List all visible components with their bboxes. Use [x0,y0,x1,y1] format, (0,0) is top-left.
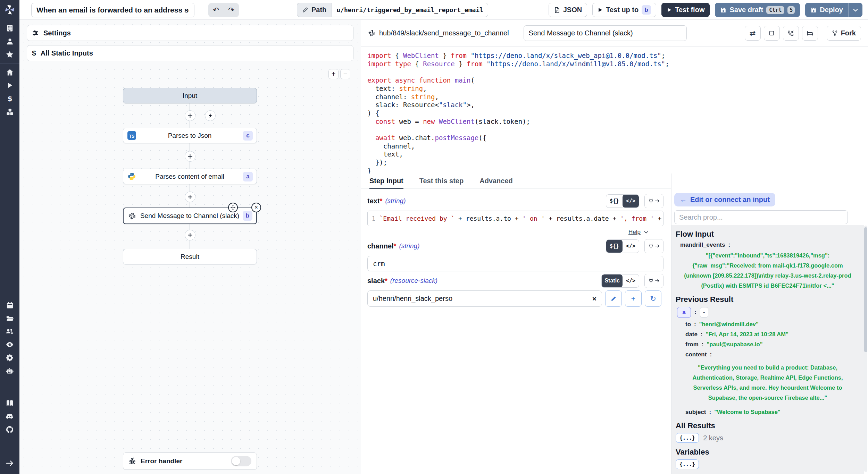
add-step-button[interactable] [185,230,195,240]
swap-arrows-icon[interactable]: ⇄ [745,26,761,41]
flow-input-value[interactable]: "[{"event":"inbound","ts":1683819426,"ms… [676,249,860,294]
file-json-icon [554,7,560,14]
docs-book-icon[interactable] [0,397,19,410]
flow-node-parses-content-of-email[interactable]: Parses content of email a [123,169,257,184]
code-mode-button[interactable]: </> [623,240,639,253]
add-step-button[interactable] [185,110,195,121]
workers-robot-icon[interactable] [0,364,19,378]
connect-plug-button[interactable] [644,194,663,208]
trigger-bolt-button[interactable] [205,110,216,121]
flow-input-key[interactable]: mandrill_events : [676,242,860,248]
add-resource-button[interactable]: + [625,290,642,307]
flow-node-parses-to-json[interactable]: TS Parses to Json c [123,128,257,143]
flow-title-input[interactable] [31,3,194,17]
tab-test-this-step[interactable]: Test this step [419,173,464,188]
result-field-row[interactable]: from:"paul@supabase.io" [676,341,860,348]
zoom-out-button[interactable]: − [340,69,350,79]
move-step-handle[interactable] [228,203,238,212]
clear-resource-icon[interactable]: × [592,295,596,303]
test-flow-button[interactable]: Test flow [661,3,710,17]
result-field-row[interactable]: content: [676,351,860,358]
chevron-down-icon[interactable] [852,7,859,13]
home-icon[interactable] [0,66,19,79]
chevron-down-icon[interactable] [643,229,649,235]
add-step-button[interactable] [185,192,195,202]
field-name: text [367,197,380,205]
channel-value-input[interactable] [367,256,663,271]
result-field-row[interactable]: subject:"Welcome to Supabase" [676,409,860,416]
flow-node-input[interactable]: Input [123,88,257,103]
step-a-badge[interactable]: a [677,307,691,318]
groups-icon[interactable] [0,325,19,338]
field-slack-row: slack* (resource-slack) Static </> [367,273,663,289]
static-mode-button[interactable]: Static [602,274,623,287]
add-step-button[interactable] [185,151,195,162]
json-button[interactable]: JSON [549,3,587,17]
top-bar: ↶ ↷ Path u/henri/triggered_by_email_repo… [19,0,868,20]
text-expression-editor[interactable]: 1 `Email received by ` + results.a.to + … [367,211,663,226]
code-editor[interactable]: import { WebClient } from "https://deno.… [361,47,865,173]
tab-advanced[interactable]: Advanced [479,173,513,188]
resources-cubes-icon[interactable] [0,105,19,118]
edit-or-connect-pill[interactable]: ← Edit or connect an input [674,193,775,206]
all-static-inputs-bar[interactable]: $ All Static Inputs [27,45,353,61]
discord-icon[interactable] [0,410,19,423]
variables-dollar-icon[interactable]: $ [0,92,19,105]
phone-incoming-icon[interactable] [783,26,799,41]
result-field-row[interactable]: to:"henri@windmill.dev" [676,321,860,328]
box-icon[interactable] [764,26,780,41]
error-handler-toggle[interactable] [231,456,251,466]
field-channel-row: channel* (string) ${} </> [367,238,663,254]
zoom-in-button[interactable]: + [328,69,339,79]
help-link[interactable]: Help [628,229,641,236]
test-up-to-button[interactable]: Test up to b [592,3,656,17]
step-summary-input[interactable] [524,25,687,41]
bed-icon[interactable] [802,26,818,41]
panel-scrollbar[interactable] [864,226,867,472]
windmill-logo[interactable] [3,3,17,17]
workspace-icon[interactable] [0,22,19,35]
user-icon[interactable] [0,35,19,48]
sliders-icon [32,29,39,36]
static-inputs-label: All Static Inputs [41,49,93,57]
expand-arrow-icon[interactable] [0,457,19,470]
connect-plug-button[interactable] [644,239,663,253]
slack-resource-picker[interactable]: u/henri/henri_slack_perso × [367,290,602,307]
code-mode-button[interactable]: </> [623,195,639,208]
settings-gear-icon[interactable] [0,351,19,364]
flow-settings-bar[interactable]: Settings [27,25,353,41]
result-field-row[interactable]: date:"Fri, Apr 14, 2023 at 10:28 AM" [676,331,860,338]
search-prop-input[interactable] [674,210,848,224]
variables-expand-button[interactable]: {...} [676,459,699,469]
kbd-ctrl: Ctrl [766,6,784,14]
code-mode-button[interactable]: </> [623,274,639,287]
hub-script-path[interactable]: hub/849/slack/send_message_to_channel [368,29,509,37]
path-group[interactable]: Path u/henri/triggered_by_email_report_e… [297,3,488,17]
delete-step-button[interactable]: × [251,203,261,212]
github-icon[interactable] [0,423,19,436]
flow-node-result[interactable]: Result [123,249,257,264]
previous-result-fields[interactable]: to:"henri@windmill.dev"date:"Fri, Apr 14… [676,321,860,416]
edit-resource-button[interactable] [605,290,622,307]
tab-step-input[interactable]: Step Input [369,173,403,188]
expr-mode-button[interactable]: ${} [606,195,623,208]
deploy-button[interactable]: Deploy [805,3,862,17]
bug-icon [128,457,136,465]
save-draft-button[interactable]: Save draft Ctrl S [715,3,800,17]
runs-play-icon[interactable] [0,79,19,92]
arrow-left-icon: ← [680,196,687,204]
favorites-star-icon[interactable] [0,48,19,61]
connect-plug-button[interactable] [644,274,663,288]
refresh-resource-button[interactable]: ↻ [645,290,661,307]
redo-button[interactable]: ↷ [224,3,239,17]
all-results-expand-button[interactable]: {...} [676,433,699,443]
undo-button[interactable]: ↶ [208,3,224,17]
expr-mode-button[interactable]: ${} [606,240,623,253]
folders-icon[interactable] [0,312,19,325]
collapse-button[interactable]: - [700,307,708,318]
field-name: channel [367,242,394,250]
fork-button[interactable]: Fork [827,26,861,41]
audit-eye-icon[interactable] [0,338,19,351]
error-handler-box[interactable]: Error handler [123,452,257,470]
schedules-calendar-icon[interactable] [0,298,19,312]
